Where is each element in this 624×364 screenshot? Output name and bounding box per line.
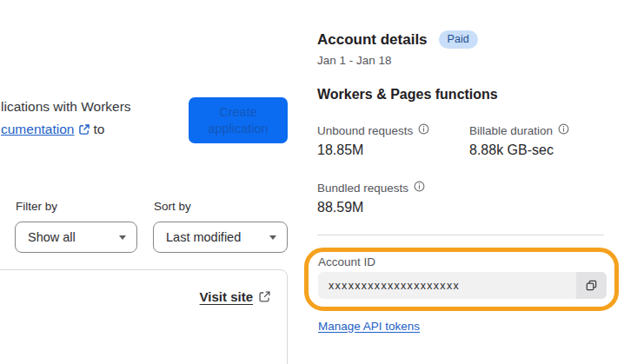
stat-unbound-requests: Unbound requests 18.85M — [317, 123, 429, 158]
visit-site-label: Visit site — [200, 289, 253, 304]
divider — [317, 235, 604, 235]
date-range: Jan 1 - Jan 18 — [317, 54, 392, 67]
stat-value: 8.88k GB-sec — [469, 142, 569, 158]
stat-label-text: Billable duration — [469, 124, 553, 137]
sort-by-label: Sort by — [154, 200, 191, 213]
stat-label-text: Unbound requests — [317, 124, 413, 137]
stat-label: Unbound requests — [317, 123, 429, 137]
caret-down-icon — [269, 235, 276, 240]
stat-billable-duration: Billable duration 8.88k GB-sec — [469, 123, 569, 158]
copy-icon — [585, 279, 598, 292]
info-icon[interactable] — [558, 123, 569, 137]
caret-down-icon — [119, 235, 126, 240]
intro-text: lications with Workers cumentation to — [1, 96, 131, 141]
stat-bundled-requests: Bundled requests 88.59M — [317, 181, 425, 215]
account-id-label: Account ID — [318, 255, 375, 268]
intro-after-link: to — [93, 122, 104, 136]
filter-by-label: Filter by — [16, 200, 57, 213]
plan-badge: Paid — [439, 30, 478, 49]
external-link-icon — [78, 123, 90, 136]
stat-value: 18.85M — [317, 142, 429, 158]
visit-site-link[interactable]: Visit site — [200, 289, 271, 304]
sort-dropdown[interactable]: Last modified — [153, 222, 288, 253]
info-icon[interactable] — [414, 181, 425, 195]
account-id-input[interactable]: xxxxxxxxxxxxxxxxxxxx — [318, 272, 576, 299]
filter-dropdown[interactable]: Show all — [15, 222, 137, 253]
intro-line-2: cumentation to — [1, 118, 131, 141]
external-link-icon — [258, 290, 271, 303]
stat-value: 88.59M — [317, 200, 425, 215]
functions-section-title: Workers & Pages functions — [317, 87, 498, 103]
filter-selected-value: Show all — [28, 230, 76, 244]
intro-line-1: lications with Workers — [1, 96, 131, 118]
create-application-button[interactable]: Create application — [189, 97, 288, 143]
account-id-field: xxxxxxxxxxxxxxxxxxxx — [318, 272, 607, 299]
account-details-title: Account details — [317, 31, 428, 49]
documentation-link[interactable]: cumentation — [1, 122, 74, 136]
workers-pages-dashboard: lications with Workers cumentation to Cr… — [0, 0, 624, 364]
stat-label: Billable duration — [469, 123, 569, 137]
account-details-header: Account details Paid — [317, 30, 478, 49]
manage-api-tokens-link[interactable]: Manage API tokens — [318, 320, 420, 333]
stat-label: Bundled requests — [317, 181, 425, 195]
copy-account-id-button[interactable] — [576, 272, 607, 299]
site-card: Visit site — [0, 269, 288, 364]
sort-selected-value: Last modified — [166, 230, 241, 244]
stat-label-text: Bundled requests — [317, 182, 408, 195]
info-icon[interactable] — [418, 123, 429, 137]
